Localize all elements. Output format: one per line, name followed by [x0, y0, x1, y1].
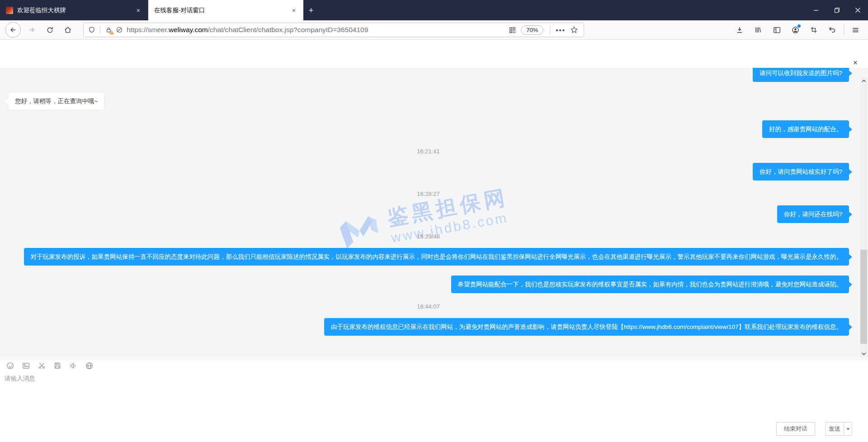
- scrollbar-thumb[interactable]: [860, 250, 867, 344]
- url-text[interactable]: https://smeer.weliway.com/chat/chatClien…: [127, 26, 507, 34]
- titlebar-drag-area: [319, 0, 806, 20]
- account-notification-dot: [797, 24, 801, 28]
- chat-message-list: 请问可以收到我发送的图片吗?您好，请稍等，正在查询中哦~好的，感谢贵网站的配合。…: [8, 68, 849, 336]
- tab-close-icon[interactable]: ×: [289, 5, 299, 15]
- sidebar-icon[interactable]: [769, 23, 784, 37]
- window-controls: [806, 0, 868, 20]
- browser-window: 欢迎莅临恒大棋牌 × 在线客服-对话窗口 × +: [0, 0, 868, 442]
- screenshot-icon[interactable]: [807, 23, 821, 37]
- menu-icon[interactable]: [848, 23, 863, 37]
- reload-icon[interactable]: [42, 23, 57, 37]
- chat-timestamp: 16:29:48: [8, 233, 849, 240]
- chat-message-area: 鉴黑担保网 www.jhdb8.com 请问可以收到我发送的图片吗?您好，请稍等…: [0, 68, 868, 357]
- lock-warning-icon[interactable]: [103, 24, 114, 35]
- url-scheme: https://smeer.: [127, 26, 169, 33]
- urlbar-separator: [100, 26, 100, 34]
- new-tab-button[interactable]: +: [303, 0, 319, 20]
- image-icon[interactable]: [21, 361, 30, 370]
- zoom-level-badge[interactable]: 70%: [521, 25, 543, 35]
- navigation-toolbar: https://smeer.weliway.com/chat/chatClien…: [0, 20, 868, 40]
- send-options-button[interactable]: [844, 422, 852, 436]
- chat-scrollbar[interactable]: [860, 77, 868, 357]
- undo-icon[interactable]: [825, 23, 840, 37]
- tab-favicon: [6, 7, 13, 14]
- chat-message-sent: 由于玩家发布的维权信息已经展示在我们网站，为避免对贵网站的声誉造成影响，请贵网站…: [324, 318, 849, 336]
- composer-toolbar: [5, 361, 94, 370]
- chat-timestamp: 16:44:07: [8, 303, 849, 310]
- composer-actions: 结束对话 发送: [776, 422, 852, 436]
- chat-message-sent: 你好，请问贵网站核实好了吗?: [753, 163, 849, 181]
- tab-bar: 欢迎莅临恒大棋牌 × 在线客服-对话窗口 × +: [0, 0, 868, 20]
- blocked-permission-icon[interactable]: [114, 24, 125, 35]
- chat-message-sent: 好的，感谢贵网站的配合。: [762, 120, 849, 138]
- qr-code-icon[interactable]: [509, 26, 516, 34]
- chat-message-row: 请问可以收到我发送的图片吗?: [8, 68, 849, 82]
- warning-badge: [109, 30, 114, 34]
- chat-message-row: 您好，请稍等，正在查询中哦~: [8, 92, 849, 110]
- chat-timestamp: 16:28:27: [8, 190, 849, 197]
- url-path: /chat/chatClient/chatbox.jsp?companyID=3…: [208, 26, 368, 33]
- chat-timestamp: 16:21:41: [8, 148, 849, 155]
- tab-welcome[interactable]: 欢迎莅临恒大棋牌 ×: [0, 0, 148, 20]
- home-icon[interactable]: [61, 23, 75, 37]
- chat-message-row: 希望贵网站能配合一下，我们也是想核实玩家发布的维权事宜是否属实，如果有内情，我们…: [8, 276, 849, 293]
- chat-message-row: 好的，感谢贵网站的配合。: [8, 120, 849, 138]
- chat-message-row: 你好，请问还在线吗?: [8, 205, 849, 223]
- restore-icon[interactable]: [826, 0, 847, 20]
- speaker-icon[interactable]: [69, 361, 78, 370]
- scroll-up-icon[interactable]: [860, 77, 868, 85]
- forward-icon[interactable]: [24, 23, 39, 37]
- chat-message-received: 您好，请稍等，正在查询中哦~: [8, 92, 105, 110]
- chat-message-sent: 希望贵网站能配合一下，我们也是想核实玩家发布的维权事宜是否属实，如果有内情，我们…: [451, 276, 849, 293]
- tab-title: 在线客服-对话窗口: [154, 6, 289, 14]
- toolbar-right-icons: [732, 23, 868, 37]
- globe-icon[interactable]: [85, 361, 94, 370]
- url-domain: weliway.com: [169, 26, 208, 33]
- close-icon[interactable]: [847, 0, 868, 20]
- tab-title: 欢迎莅临恒大棋牌: [17, 6, 133, 14]
- back-icon[interactable]: [5, 22, 21, 38]
- library-icon[interactable]: [751, 23, 765, 37]
- send-button[interactable]: 发送: [825, 422, 844, 436]
- chevron-down-icon: [846, 428, 850, 430]
- nav-buttons: [0, 22, 79, 38]
- send-button-group: 发送: [825, 422, 852, 436]
- urlbar-separator: [550, 25, 550, 34]
- chat-message-row: 你好，请问贵网站核实好了吗?: [8, 163, 849, 181]
- chat-message-sent: 请问可以收到我发送的图片吗?: [753, 68, 849, 82]
- scissors-icon[interactable]: [37, 361, 46, 370]
- account-icon[interactable]: [788, 23, 802, 37]
- toolbar-separator: [844, 24, 844, 35]
- shield-icon[interactable]: [86, 24, 97, 35]
- save-icon[interactable]: [53, 361, 62, 370]
- page-actions-icon[interactable]: •••: [556, 26, 566, 34]
- composer-divider: [0, 359, 868, 359]
- download-icon[interactable]: [732, 23, 747, 37]
- chat-message-row: 由于玩家发布的维权信息已经展示在我们网站，为避免对贵网站的声誉造成影响，请贵网站…: [8, 318, 849, 336]
- tab-close-icon[interactable]: ×: [133, 5, 143, 15]
- chat-page: × 鉴黑担保网 www.jhdb8.com 请问可以收到我发送的图片吗?您好，请…: [0, 40, 868, 442]
- url-bar[interactable]: https://smeer.weliway.com/chat/chatClien…: [83, 23, 584, 37]
- emoji-icon[interactable]: [5, 361, 14, 370]
- end-chat-button[interactable]: 结束对话: [776, 422, 815, 436]
- tab-chat-window[interactable]: 在线客服-对话窗口 ×: [148, 0, 303, 20]
- chat-message-sent: 你好，请问还在线吗?: [777, 205, 849, 223]
- chat-message-row: 对于玩家发布的投诉，如果贵网站保持一直不回应的态度来对待此问题，那么我们只能相信…: [8, 248, 849, 266]
- bookmark-star-icon[interactable]: [570, 26, 578, 34]
- minimize-icon[interactable]: [806, 0, 826, 20]
- message-input[interactable]: [0, 372, 868, 419]
- chat-close-icon[interactable]: ×: [853, 59, 858, 67]
- chat-message-sent: 对于玩家发布的投诉，如果贵网站保持一直不回应的态度来对待此问题，那么我们只能相信…: [24, 248, 849, 266]
- scroll-down-icon[interactable]: [860, 350, 868, 357]
